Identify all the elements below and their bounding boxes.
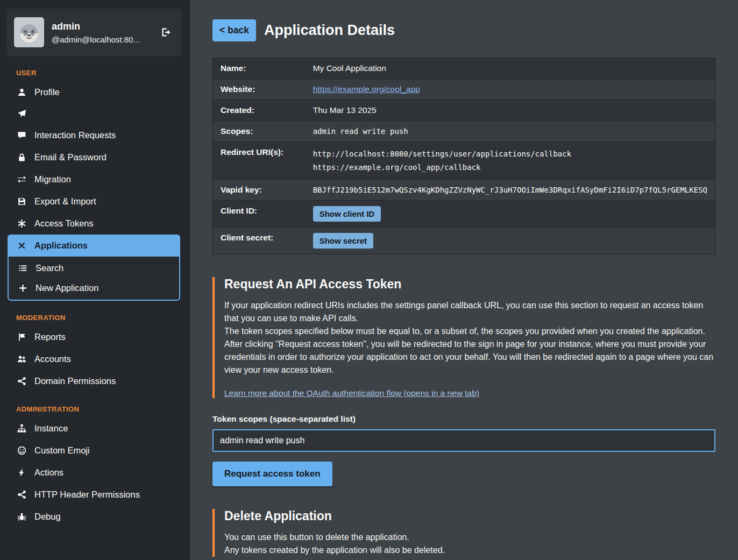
- row-value: http://localhost:8080/settings/user/appl…: [306, 142, 715, 180]
- page-header: < back Application Details: [212, 19, 715, 41]
- page-title: Application Details: [264, 22, 395, 39]
- sidebar-item-search[interactable]: Search: [9, 258, 179, 278]
- sidebar-item-label: Email & Password: [34, 152, 107, 162]
- website-link[interactable]: https://example.org/cool_app: [313, 84, 420, 94]
- bolt-icon: [16, 468, 27, 477]
- sloth-avatar-image: [14, 17, 44, 47]
- table-row-website: Website: https://example.org/cool_app: [213, 79, 715, 100]
- plus-icon: [17, 283, 28, 293]
- section-paragraph: Any tokens created by the application wi…: [224, 544, 715, 557]
- username: admin: [52, 21, 151, 32]
- list-icon: [17, 264, 28, 273]
- row-label: Client ID:: [213, 201, 306, 228]
- sidebar-item-applications[interactable]: Applications: [8, 235, 180, 257]
- sidebar-item-label: Accounts: [34, 354, 71, 364]
- sidebar-item-label: Domain Permissions: [34, 376, 116, 386]
- logout-button[interactable]: [159, 25, 174, 40]
- sidebar: admin @admin@localhost:80... USER Profil…: [0, 0, 190, 560]
- token-scopes-label: Token scopes (space-separated list): [212, 414, 715, 424]
- sidebar-item-new-application[interactable]: New Application: [9, 278, 179, 298]
- row-value: https://example.org/cool_app: [306, 79, 715, 100]
- table-row-redirect-uris: Redirect URI(s): http://localhost:8080/s…: [213, 142, 715, 180]
- sitemap-icon: [16, 424, 27, 433]
- exchange-arrows-icon: [16, 175, 27, 184]
- row-label: Website:: [213, 79, 306, 100]
- sidebar-item-actions[interactable]: Actions: [6, 462, 181, 484]
- flag-icon: [16, 332, 27, 342]
- table-row-client-id: Client ID: Show client ID: [213, 201, 715, 228]
- main-content: < back Application Details Name: My Cool…: [190, 0, 738, 560]
- delete-application-section: Delete Application You can use this butt…: [212, 509, 715, 557]
- section-label-administration: ADMINISTRATION: [16, 405, 178, 413]
- applications-block: Applications Search New Application: [8, 235, 180, 301]
- sidebar-item-label: Instance: [34, 423, 68, 434]
- token-scopes-input[interactable]: [212, 429, 715, 452]
- show-client-id-button[interactable]: Show client ID: [313, 206, 381, 222]
- section-paragraph: If your application redirect URIs includ…: [224, 299, 715, 325]
- row-label: Created:: [213, 100, 306, 121]
- sidebar-item-debug[interactable]: Debug: [6, 506, 181, 528]
- sidebar-item-label: Export & Import: [34, 196, 96, 207]
- share-nodes-icon: [16, 490, 27, 499]
- bug-icon: [16, 512, 27, 521]
- sidebar-item-email-password[interactable]: Email & Password: [6, 146, 181, 168]
- section-title: Request An API Access Token: [224, 277, 715, 292]
- sidebar-item-access-tokens[interactable]: Access Tokens: [6, 212, 181, 235]
- sidebar-item-profile[interactable]: Profile: [6, 81, 181, 103]
- section-paragraph: After clicking "Request access token", y…: [224, 338, 715, 377]
- back-button[interactable]: < back: [212, 19, 256, 41]
- sidebar-item-label: Reports: [34, 332, 66, 342]
- sign-out-icon: [161, 27, 172, 38]
- application-details-table: Name: My Cool Application Website: https…: [212, 58, 715, 254]
- section-label-user: USER: [16, 69, 178, 77]
- row-value: Show client ID: [306, 201, 715, 228]
- avatar: [14, 17, 44, 47]
- sidebar-item-http-header-permissions[interactable]: HTTP Header Permissions: [6, 484, 181, 506]
- table-row-vapid-key: Vapid key: BBJffJ219b5iE512m7wQSzv4KgKDh…: [213, 180, 715, 201]
- row-value: Thu Mar 13 2025: [306, 100, 715, 121]
- sidebar-item-label: Applications: [34, 240, 88, 251]
- sidebar-item-instance[interactable]: Instance: [6, 417, 181, 440]
- comment-icon: [16, 131, 27, 140]
- sidebar-item-interaction-requests[interactable]: Interaction Requests: [6, 124, 181, 146]
- sidebar-item-label: Interaction Requests: [34, 130, 116, 140]
- sidebar-item-label: Actions: [34, 467, 63, 478]
- sidebar-item-export-import[interactable]: Export & Import: [6, 190, 181, 212]
- row-label: Scopes:: [213, 121, 306, 142]
- smiley-icon: [16, 446, 27, 455]
- section-title: Delete Application: [224, 509, 715, 523]
- user-card: admin @admin@localhost:80...: [6, 9, 181, 56]
- sidebar-item-label: Access Tokens: [34, 218, 94, 229]
- sidebar-item-reports[interactable]: Reports: [6, 326, 181, 348]
- row-label: Client secret:: [213, 228, 306, 254]
- request-token-section: Request An API Access Token If your appl…: [212, 277, 715, 398]
- users-icon: [16, 355, 27, 364]
- sidebar-item-domain-permissions[interactable]: Domain Permissions: [6, 370, 181, 392]
- section-paragraph: The token scopes specified below must be…: [224, 325, 715, 338]
- sidebar-item-label: Debug: [34, 512, 61, 522]
- sidebar-item-posts[interactable]: Posts: [6, 103, 181, 124]
- table-row-client-secret: Client secret: Show secret: [213, 228, 715, 254]
- tools-icon: [16, 241, 27, 250]
- request-access-token-button[interactable]: Request access token: [212, 462, 332, 486]
- oauth-docs-link[interactable]: Learn more about the OAuth authenticatio…: [224, 388, 479, 398]
- table-row-scopes: Scopes: admin read write push: [213, 121, 715, 142]
- section-label-moderation: MODERATION: [16, 314, 178, 322]
- sidebar-item-migration[interactable]: Migration: [6, 168, 181, 190]
- sidebar-item-custom-emoji[interactable]: Custom Emoji: [6, 440, 181, 462]
- user-info: admin @admin@localhost:80...: [52, 21, 151, 44]
- row-label: Vapid key:: [213, 180, 306, 201]
- lock-icon: [16, 153, 27, 162]
- row-value: Show secret: [306, 228, 715, 254]
- redirect-uri-line: http://localhost:8080/settings/user/appl…: [313, 147, 707, 161]
- token-request-form: Token scopes (space-separated list) Requ…: [212, 414, 715, 486]
- sidebar-item-label: HTTP Header Permissions: [34, 490, 140, 500]
- asterisk-icon: [16, 219, 27, 228]
- row-value: My Cool Application: [306, 58, 715, 79]
- user-icon: [16, 88, 27, 97]
- sidebar-item-label: New Application: [36, 283, 98, 293]
- paper-plane-icon: [16, 109, 27, 118]
- sidebar-item-accounts[interactable]: Accounts: [6, 348, 181, 370]
- show-secret-button[interactable]: Show secret: [313, 233, 373, 249]
- floppy-disk-icon: [16, 197, 27, 206]
